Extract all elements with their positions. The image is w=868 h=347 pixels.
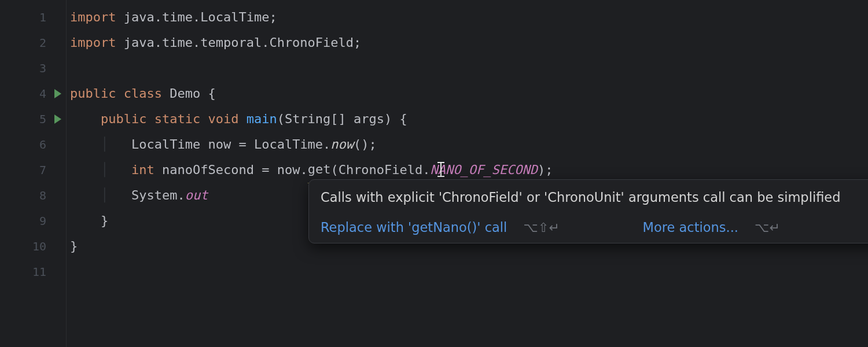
run-icon[interactable] xyxy=(54,89,61,98)
line-number[interactable]: 7 xyxy=(0,157,66,183)
line-number[interactable]: 4 xyxy=(0,81,66,106)
line-number[interactable]: 9 xyxy=(0,208,66,234)
inspection-tooltip: Calls with explicit 'ChronoField' or 'Ch… xyxy=(308,179,868,243)
line-number[interactable]: 6 xyxy=(0,132,66,157)
code-line[interactable]: public static void main(String[] args) { xyxy=(70,106,868,132)
line-number[interactable]: 2 xyxy=(0,30,66,56)
shortcut-label: ⌥↵ xyxy=(755,220,780,235)
line-number[interactable]: 1 xyxy=(0,5,66,30)
code-line[interactable] xyxy=(70,56,868,81)
code-content[interactable]: import java.time.LocalTime; import java.… xyxy=(67,0,868,347)
quickfix-replace-button[interactable]: Replace with 'getNano()' call xyxy=(321,220,507,235)
tooltip-title: Calls with explicit 'ChronoField' or 'Ch… xyxy=(321,189,852,206)
code-line[interactable]: import java.time.LocalTime; xyxy=(70,5,868,30)
line-number[interactable]: 11 xyxy=(0,259,66,285)
line-number[interactable]: 8 xyxy=(0,183,66,208)
code-editor: 1 2 3 4 5 6 7 8 9 10 11 import java.time… xyxy=(0,0,868,347)
code-line[interactable]: public class Demo { xyxy=(70,81,868,106)
code-line[interactable]: import java.time.temporal.ChronoField; xyxy=(70,30,868,56)
line-number[interactable]: 3 xyxy=(0,56,66,81)
code-line[interactable]: │ LocalTime now = LocalTime.now(); xyxy=(70,132,868,157)
line-gutter: 1 2 3 4 5 6 7 8 9 10 11 xyxy=(0,0,67,347)
shortcut-label: ⌥⇧↵ xyxy=(523,220,559,235)
code-line[interactable] xyxy=(70,259,868,285)
run-icon[interactable] xyxy=(54,115,61,124)
line-number[interactable]: 10 xyxy=(0,234,66,259)
line-number[interactable]: 5 xyxy=(0,106,66,132)
more-actions-button[interactable]: More actions... xyxy=(643,220,738,235)
